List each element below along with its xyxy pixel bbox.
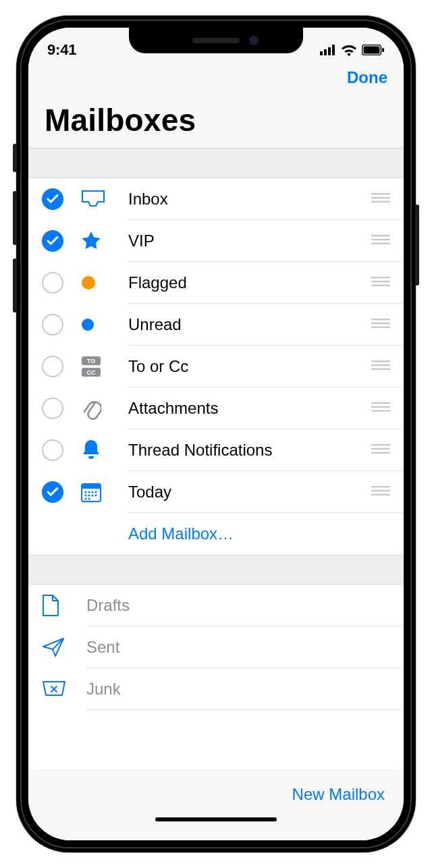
mailbox-row-sent[interactable]: Sent — [28, 626, 404, 668]
svg-point-37 — [84, 491, 86, 493]
svg-rect-6 — [364, 47, 380, 54]
secondary-mailbox-list: Drafts Sent Junk — [28, 585, 404, 710]
check-icon[interactable] — [42, 356, 63, 377]
to-cc-icon: TO CC — [81, 356, 101, 377]
svg-rect-20 — [371, 323, 390, 324]
mailbox-label: Drafts — [86, 596, 390, 615]
junkbox-icon — [42, 680, 66, 698]
check-icon[interactable] — [42, 314, 63, 335]
mailbox-row-attachments[interactable]: Attachments — [28, 387, 404, 429]
mailbox-row-junk[interactable]: Junk — [28, 668, 404, 710]
drag-handle-icon[interactable] — [371, 360, 390, 373]
svg-rect-36 — [82, 484, 101, 489]
svg-rect-33 — [371, 448, 390, 450]
svg-rect-34 — [371, 452, 390, 454]
svg-rect-30 — [371, 406, 390, 408]
svg-rect-3 — [332, 45, 335, 55]
svg-rect-11 — [371, 235, 390, 236]
svg-rect-31 — [371, 410, 390, 412]
svg-point-39 — [91, 491, 93, 493]
cellular-icon — [320, 45, 336, 55]
add-mailbox-label: Add Mailbox… — [128, 524, 390, 543]
svg-text:CC: CC — [87, 369, 96, 376]
svg-rect-7 — [382, 48, 384, 52]
unread-dot-icon — [81, 318, 94, 331]
svg-point-45 — [84, 497, 86, 499]
svg-rect-8 — [371, 193, 390, 194]
mailbox-row-thread-notifications[interactable]: Thread Notifications — [28, 429, 404, 471]
mailbox-label: Today — [128, 483, 363, 501]
mailbox-label: Inbox — [128, 190, 363, 209]
drag-handle-icon[interactable] — [371, 486, 390, 498]
done-button[interactable]: Done — [347, 68, 387, 87]
svg-rect-19 — [371, 319, 390, 320]
drag-handle-icon[interactable] — [371, 277, 390, 289]
check-icon[interactable] — [42, 188, 63, 210]
svg-rect-28 — [371, 369, 390, 370]
svg-point-4 — [348, 53, 350, 55]
status-time: 9:41 — [47, 41, 76, 59]
check-icon[interactable] — [42, 439, 63, 461]
bell-icon — [81, 439, 101, 462]
mailbox-label: Attachments — [128, 399, 363, 418]
svg-point-38 — [88, 491, 90, 493]
svg-text:TO: TO — [87, 358, 95, 364]
svg-rect-15 — [371, 277, 390, 278]
add-mailbox-row[interactable]: Add Mailbox… — [28, 513, 404, 555]
svg-rect-9 — [371, 197, 390, 198]
drag-handle-icon[interactable] — [371, 319, 390, 331]
mailbox-label: Sent — [86, 638, 390, 657]
star-icon — [81, 231, 101, 251]
mailbox-row-unread[interactable]: Unread — [28, 304, 404, 346]
mailbox-row-flagged[interactable]: Flagged — [28, 262, 404, 304]
svg-point-42 — [88, 494, 90, 496]
check-icon[interactable] — [42, 230, 63, 252]
bottom-toolbar: New Mailbox — [28, 770, 404, 817]
svg-rect-29 — [371, 402, 390, 404]
drag-handle-icon[interactable] — [371, 402, 390, 414]
flag-dot-icon — [81, 275, 96, 290]
mailbox-row-vip[interactable]: VIP — [28, 220, 404, 262]
svg-rect-0 — [320, 51, 323, 55]
mailbox-list: Inbox — [28, 178, 404, 555]
paperclip-icon — [81, 397, 101, 420]
mailbox-label: Flagged — [128, 273, 363, 292]
mailbox-row-drafts[interactable]: Drafts — [28, 585, 404, 626]
svg-rect-2 — [328, 47, 331, 55]
drag-handle-icon[interactable] — [371, 444, 390, 456]
svg-rect-26 — [371, 360, 390, 362]
page-title: Mailboxes — [45, 102, 387, 138]
drag-handle-icon[interactable] — [371, 235, 390, 247]
svg-rect-48 — [371, 490, 390, 491]
svg-point-40 — [94, 491, 97, 493]
home-indicator[interactable] — [155, 817, 277, 821]
svg-rect-12 — [371, 239, 390, 240]
svg-point-18 — [82, 319, 94, 331]
screen: 9:41 Done Mailboxes — [28, 28, 404, 840]
svg-rect-47 — [371, 486, 390, 487]
svg-point-46 — [88, 497, 90, 499]
check-icon[interactable] — [42, 272, 63, 294]
svg-point-41 — [84, 494, 86, 496]
mailbox-row-to-cc[interactable]: TO CC To or Cc — [28, 346, 404, 387]
svg-rect-49 — [371, 494, 390, 495]
check-icon[interactable] — [42, 398, 63, 419]
svg-point-43 — [91, 494, 93, 496]
svg-rect-13 — [371, 243, 390, 244]
mailbox-row-inbox[interactable]: Inbox — [28, 178, 404, 220]
mailbox-row-today[interactable]: Today — [28, 471, 404, 513]
drag-handle-icon[interactable] — [371, 193, 390, 205]
battery-icon — [362, 45, 385, 55]
svg-rect-17 — [371, 285, 390, 286]
svg-rect-27 — [371, 364, 390, 366]
calendar-icon — [81, 482, 101, 502]
check-icon[interactable] — [42, 481, 63, 503]
mailbox-label: To or Cc — [128, 357, 363, 376]
new-mailbox-button[interactable]: New Mailbox — [292, 785, 385, 804]
mailbox-label: VIP — [128, 232, 363, 250]
inbox-icon — [81, 190, 105, 209]
mailbox-label: Junk — [86, 680, 390, 699]
svg-rect-21 — [371, 327, 390, 328]
svg-rect-1 — [324, 49, 327, 55]
svg-point-44 — [94, 494, 97, 496]
